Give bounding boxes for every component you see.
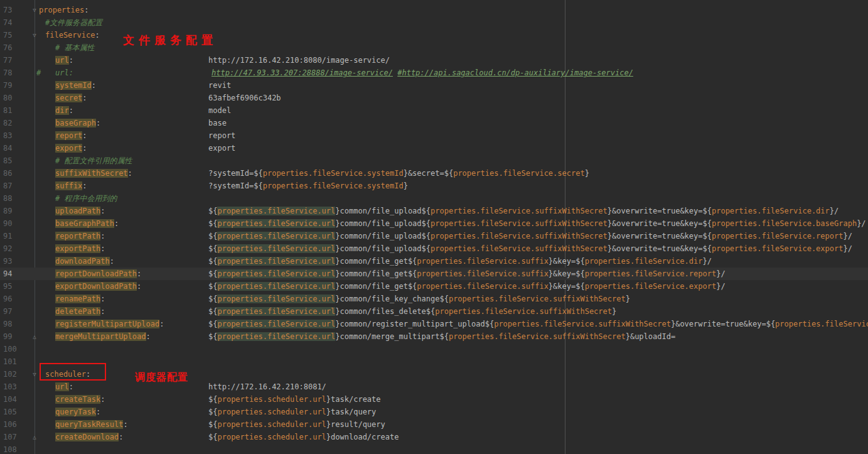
line-number: 81 (3, 104, 12, 117)
code-line-98[interactable]: 98registerMultipartUpload:${properties.f… (0, 318, 868, 330)
code-line-96[interactable]: 96renamePath:${properties.fileService.ur… (0, 293, 868, 305)
code-line-78[interactable]: 78#url:http://47.93.33.207:28888/image-s… (0, 67, 868, 79)
line-number: 88 (3, 192, 12, 205)
code-segment: http://47.93.33.207:28888/image-service/… (212, 67, 633, 79)
code-segment: ${properties.fileService.url}common/merg… (208, 330, 675, 343)
code-segment: # 配置文件引用的属性 (55, 154, 132, 167)
code-line-104[interactable]: 104createTask:${properties.scheduler.url… (0, 393, 868, 406)
code-segment: ${properties.fileService.url}common/file… (208, 280, 726, 293)
code-line-93[interactable]: 93downloadPath:${properties.fileService.… (0, 255, 868, 268)
code-segment: reportPath: (55, 230, 105, 242)
code-line-92[interactable]: 92exportPath:${properties.fileService.ur… (0, 242, 868, 255)
code-segment: base (208, 117, 227, 129)
code-line-74[interactable]: 74#文件服务器配置 (0, 16, 868, 29)
line-number: 85 (3, 154, 12, 167)
code-segment: ${properties.fileService.url}common/file… (208, 242, 852, 255)
code-line-89[interactable]: 89uploadPath:${properties.fileService.ur… (0, 205, 868, 217)
line-number: 74 (3, 16, 12, 29)
code-line-87[interactable]: 87suffix:?systemId=${properties.fileServ… (0, 180, 868, 192)
code-segment: dir: (55, 104, 73, 117)
code-segment: ${properties.scheduler.url}download/crea… (208, 431, 399, 443)
code-line-90[interactable]: 90baseGraphPath:${properties.fileService… (0, 217, 868, 230)
code-segment: exportDownloadPath: (55, 280, 141, 293)
line-number: 98 (3, 318, 12, 330)
code-line-75[interactable]: 75▽fileService: (0, 29, 868, 41)
code-segment: properties: (39, 4, 88, 16)
code-line-101[interactable]: 101 (0, 355, 868, 368)
line-number: 75 (3, 29, 12, 41)
fold-start-icon[interactable]: ▽ (29, 4, 40, 16)
code-line-85[interactable]: 85# 配置文件引用的属性 (0, 154, 868, 167)
fold-end-icon[interactable]: △ (29, 431, 40, 443)
code-line-77[interactable]: 77url:http://172.16.42.210:8080/image-se… (0, 54, 868, 67)
code-line-95[interactable]: 95exportDownloadPath:${properties.fileSe… (0, 280, 868, 293)
code-line-86[interactable]: 86suffixWithSecret:?systemId=${propertie… (0, 167, 868, 180)
code-segment: mergeMultipartUpload: (55, 330, 151, 343)
code-line-106[interactable]: 106queryTaskResult:${properties.schedule… (0, 418, 868, 431)
code-segment: model (208, 104, 231, 117)
code-line-80[interactable]: 80secret:63afbef6906c342b (0, 92, 868, 104)
line-number: 101 (3, 355, 17, 368)
code-line-97[interactable]: 97deletePath:${properties.fileService.ur… (0, 305, 868, 318)
code-line-94[interactable]: 94reportDownloadPath:${properties.fileSe… (0, 268, 868, 280)
line-number: 95 (3, 280, 12, 293)
code-line-108[interactable]: 108 (0, 443, 868, 454)
code-segment: scheduler: (45, 368, 90, 381)
code-line-102[interactable]: 102▽scheduler: (0, 368, 868, 381)
code-line-105[interactable]: 105queryTask:${properties.scheduler.url}… (0, 406, 868, 418)
code-line-79[interactable]: 79systemId:revit (0, 79, 868, 92)
code-segment: exportPath: (55, 242, 105, 255)
code-segment: secret: (55, 92, 87, 104)
line-number: 73 (3, 4, 12, 16)
code-line-76[interactable]: 76# 基本属性 (0, 41, 868, 54)
code-segment: createTask: (55, 393, 105, 406)
code-segment: report (208, 129, 235, 142)
code-segment: queryTask: (55, 406, 100, 418)
code-editor[interactable]: 73▽properties:74#文件服务器配置75▽fileService:7… (0, 0, 868, 454)
code-line-83[interactable]: 83report:report (0, 129, 868, 142)
code-segment: createDownload: (55, 431, 123, 443)
code-line-81[interactable]: 81dir:model (0, 104, 868, 117)
code-segment: queryTaskResult: (55, 418, 128, 431)
code-line-99[interactable]: 99△mergeMultipartUpload:${properties.fil… (0, 330, 868, 343)
code-line-73[interactable]: 73▽properties: (0, 4, 868, 16)
code-segment: 63afbef6906c342b (208, 92, 281, 104)
code-line-91[interactable]: 91reportPath:${properties.fileService.ur… (0, 230, 868, 242)
line-number: 84 (3, 142, 12, 154)
code-segment: baseGraphPath: (55, 217, 119, 230)
line-number: 96 (3, 293, 12, 305)
code-segment: ?systemId=${properties.fileService.syste… (208, 180, 408, 192)
code-line-103[interactable]: 103url:http://172.16.42.210:8081/ (0, 381, 868, 393)
line-number: 94 (3, 268, 12, 280)
code-line-100[interactable]: 100 (0, 343, 868, 355)
code-segment: http://172.16.42.210:8080/image-service/ (208, 54, 390, 67)
line-number: 106 (3, 418, 17, 431)
code-segment: # 程序中会用到的 (55, 192, 117, 205)
line-number: 91 (3, 230, 12, 242)
line-number: 100 (3, 343, 17, 355)
fold-end-icon[interactable]: △ (29, 330, 40, 343)
code-segment: # (36, 67, 41, 79)
line-number: 103 (3, 381, 17, 393)
line-number: 93 (3, 255, 12, 268)
code-segment: registerMultipartUpload: (55, 318, 164, 330)
code-segment: url: (55, 381, 73, 393)
code-segment: http://172.16.42.210:8081/ (208, 381, 326, 393)
code-segment: suffix: (55, 180, 87, 192)
code-segment: # 基本属性 (55, 41, 94, 54)
code-segment: ${properties.scheduler.url}task/create (208, 393, 381, 406)
code-segment: revit (208, 79, 231, 92)
code-segment: export (208, 142, 235, 154)
fold-start-icon[interactable]: ▽ (29, 368, 40, 381)
line-number: 82 (3, 117, 12, 129)
code-segment: #文件服务器配置 (45, 16, 102, 29)
code-line-107[interactable]: 107△createDownload:${properties.schedule… (0, 431, 868, 443)
code-line-88[interactable]: 88# 程序中会用到的 (0, 192, 868, 205)
fold-start-icon[interactable]: ▽ (29, 29, 40, 41)
code-line-82[interactable]: 82baseGraph:base (0, 117, 868, 129)
line-number: 97 (3, 305, 12, 318)
line-number: 80 (3, 92, 12, 104)
code-segment: baseGraph: (55, 117, 100, 129)
code-line-84[interactable]: 84export:export (0, 142, 868, 154)
line-number: 77 (3, 54, 12, 67)
